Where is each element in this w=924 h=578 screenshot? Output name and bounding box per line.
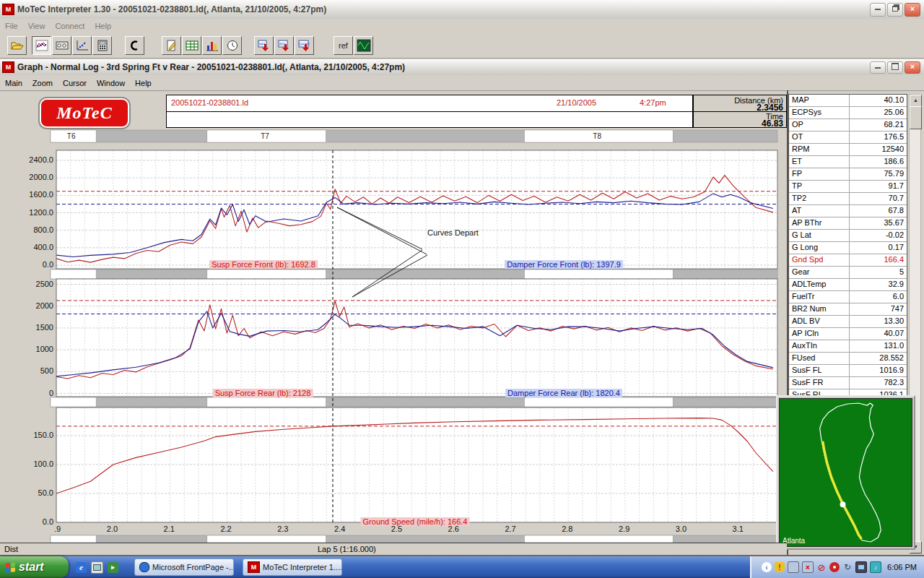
channel-row-gear[interactable]: Gear5 [789, 267, 907, 279]
y-tick-label: 1500 [20, 323, 53, 332]
scroll-thumb[interactable] [910, 106, 922, 129]
sync-icon[interactable]: ↻ [842, 562, 853, 572]
channel-row-fused[interactable]: FUsed28.552 [789, 353, 907, 365]
series-label-damper-force-rear: Damper Force Rear (lb): 1820.4 [505, 389, 622, 397]
channel-value: 75.79 [850, 168, 907, 180]
instruments-view-button[interactable] [52, 36, 71, 55]
m4-download-button[interactable]: M4 [254, 36, 274, 55]
y-tick-label: 50.0 [20, 488, 53, 497]
maths-calculator-button[interactable] [92, 36, 112, 55]
graph-menu-cursor[interactable]: Cursor [58, 77, 92, 89]
graph-maximize-button[interactable] [887, 61, 903, 74]
graph-menu-main[interactable]: Main [0, 77, 27, 89]
channel-name: Gear [789, 267, 850, 278]
channel-value: 67.8 [850, 205, 907, 217]
gauge-button[interactable] [222, 36, 242, 55]
start-button[interactable]: start [0, 556, 69, 578]
channel-name: ECPSys [789, 107, 850, 118]
channel-value: 40.10 [850, 95, 907, 106]
x-tick-label: 3.1 [733, 525, 744, 533]
channel-row-susf-fr[interactable]: SusF FR782.3 [789, 377, 907, 389]
channel-row-ap-icln[interactable]: AP ICln40.07 [789, 328, 907, 340]
taskbar-task-motec[interactable]: M MoTeC Interpreter 1.... [243, 558, 342, 576]
histogram-button[interactable] [202, 36, 222, 55]
graph-menu-zoom[interactable]: Zoom [27, 77, 58, 89]
channel-name: G Lat [789, 230, 850, 241]
channel-row-susf-fl[interactable]: SusF FL1016.9 [789, 365, 907, 377]
channel-row-g-lat[interactable]: G Lat-0.02 [789, 230, 907, 242]
channel-row-adltemp[interactable]: ADLTemp32.9 [789, 279, 907, 291]
screen: M MoTeC Interpreter 1.30 - 20051021-0238… [0, 0, 924, 578]
main-menu-connect[interactable]: Connect [50, 20, 90, 32]
data-table-button[interactable] [182, 36, 201, 55]
channel-row-fueltr[interactable]: FuelTr6.0 [789, 291, 907, 303]
show-desktop-icon[interactable] [91, 561, 103, 574]
main-menu-help[interactable]: Help [90, 20, 116, 32]
dash-download-button[interactable]: DASH [295, 36, 314, 55]
network-icon[interactable] [788, 561, 799, 573]
channel-row-tp[interactable]: TP91.7 [789, 181, 907, 193]
main-toolbar: M4 800 DASH ref [0, 33, 924, 59]
xy-plot-button[interactable] [72, 36, 92, 55]
security-shield-icon[interactable]: ! [775, 562, 785, 572]
taskbar-task-frontpage[interactable]: Microsoft FrontPage -... [134, 558, 234, 576]
channel-value: -0.02 [850, 230, 907, 241]
channel-row-et[interactable]: ET186.6 [789, 156, 907, 168]
channel-name: AuxTIn [789, 340, 850, 352]
track-editor-button[interactable] [125, 36, 144, 55]
channel-row-op[interactable]: OP68.21 [789, 119, 907, 131]
graph-menu-window[interactable]: Window [92, 77, 130, 89]
graph-plot-area[interactable] [0, 94, 787, 556]
channel-row-map[interactable]: MAP40.10 [789, 95, 907, 107]
main-window-title: MoTeC Interpreter 1.30 - 20051021-023880… [17, 4, 870, 14]
live-monitor-button[interactable] [354, 36, 373, 55]
x-tick-label: .9 [54, 525, 61, 533]
ref-button[interactable]: ref [334, 36, 353, 55]
channel-row-adl-bv[interactable]: ADL BV13.30 [789, 316, 907, 328]
channel-row-fp[interactable]: FP75.79 [789, 168, 907, 181]
display-icon[interactable] [855, 561, 867, 573]
channel-value: 28.552 [850, 353, 907, 364]
channel-name: AT [789, 205, 850, 217]
utility-icon[interactable]: ♪ [870, 561, 881, 573]
media-player-icon[interactable]: ▸ [108, 562, 118, 573]
main-menu-view[interactable]: View [23, 20, 51, 32]
graph-view-button[interactable] [32, 36, 51, 55]
quick-launch-bar: e ▸ [69, 556, 126, 578]
graph-menu-help[interactable]: Help [130, 77, 157, 89]
report-edit-button[interactable] [162, 36, 181, 55]
graph-minimize-button[interactable] [870, 61, 886, 74]
channel-row-ecpsys[interactable]: ECPSys25.06 [789, 107, 907, 119]
minimize-button[interactable] [870, 3, 886, 17]
channel-row-gnd-spd[interactable]: Gnd Spd166.4 [789, 254, 907, 267]
channel-row-auxtin[interactable]: AuxTIn131.0 [789, 340, 907, 353]
y-tick-label: 2500 [20, 280, 53, 288]
open-file-button[interactable] [7, 36, 27, 55]
channel-row-ap-bthr[interactable]: AP BThr35.67 [789, 217, 907, 230]
m800-download-button[interactable]: 800 [274, 36, 294, 55]
network-error-icon[interactable]: × [802, 561, 814, 573]
scroll-up-icon[interactable]: ▲ [910, 95, 922, 107]
channel-row-at[interactable]: AT67.8 [789, 205, 907, 217]
track-map: Atlanta [779, 398, 912, 547]
windows-flag-icon [6, 562, 15, 572]
tray-collapse-chevron-icon[interactable]: ‹ [762, 562, 772, 572]
channel-row-ot[interactable]: OT176.5 [789, 131, 907, 144]
close-button[interactable]: × [905, 3, 920, 17]
status-dist-label: Dist [4, 545, 18, 553]
main-menu-file[interactable]: File [0, 20, 23, 32]
y-tick-label: 0.0 [20, 260, 53, 269]
graph-close-button[interactable]: × [905, 61, 920, 74]
graph-window-icon: M [2, 61, 14, 73]
restore-button[interactable] [887, 3, 903, 17]
channel-row-br2-num[interactable]: BR2 Num747 [789, 303, 907, 316]
phone-icon[interactable] [829, 562, 840, 572]
y-tick-label: 1600.0 [20, 190, 53, 199]
channel-row-g-long[interactable]: G Long0.17 [789, 242, 907, 254]
channel-row-tp2[interactable]: TP270.7 [789, 193, 907, 205]
channel-row-rpm[interactable]: RPM12540 [789, 144, 907, 156]
no-entry-icon[interactable]: ⊘ [816, 562, 827, 572]
channel-name: FP [789, 168, 850, 180]
internet-explorer-icon[interactable]: e [76, 562, 87, 573]
track-map-window[interactable]: Atlanta [776, 395, 915, 550]
